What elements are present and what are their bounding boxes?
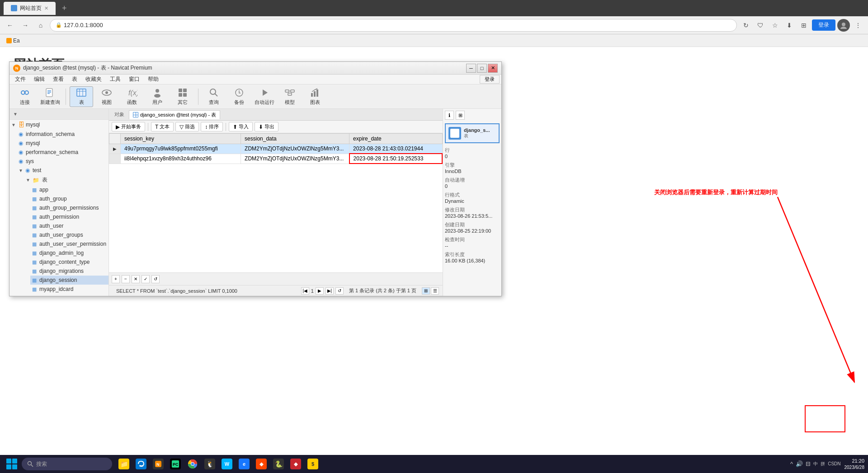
toolbar-query[interactable]: 查询 (202, 86, 226, 107)
tab-close-btn[interactable]: ✕ (44, 5, 48, 11)
cell-data-2[interactable]: ZDM2YmZjOTdjNzUxOWZlNzg5MmY3... (241, 154, 349, 164)
start-button[interactable] (4, 456, 20, 472)
sidebar-table-django-session[interactable]: ▦ django_session (30, 276, 108, 285)
toolbar-table[interactable]: 表 (70, 86, 93, 107)
bookmark-item-1[interactable]: Ea (4, 37, 23, 45)
row-save-btn[interactable]: ✓ (142, 275, 150, 283)
cell-key-1[interactable]: 49u7prmqgy7u9lwk85ppfmmt0255mgfi (121, 144, 241, 154)
tab-table-data[interactable]: django_session @test (mysql) - 表 (129, 110, 220, 119)
nav-refresh-btn[interactable]: ↺ (335, 287, 344, 295)
panel-preview-btn[interactable]: ⊞ (456, 111, 465, 120)
sidebar-table-auth-user[interactable]: ▦ auth_user (30, 221, 108, 230)
action-filter[interactable]: ▽ 筛选 (175, 122, 199, 131)
navicat-login-btn[interactable]: 登录 (480, 75, 500, 84)
table-row[interactable]: ii8l4ehpqz1xvzy8n89xh3z4uthhoz96 ZDM2YmZ… (109, 154, 443, 164)
sidebar-item-information-schema[interactable]: ◉ information_schema (17, 130, 108, 139)
toolbar-backup[interactable]: 备份 (227, 86, 251, 107)
grid-view-btn[interactable]: ⊞ (422, 287, 430, 295)
taskbar-app-misc3[interactable]: e (236, 456, 252, 472)
sidebar-item-mysql-db[interactable]: ◉ mysql (17, 139, 108, 148)
browser-login-btn[interactable]: 登录 (812, 19, 835, 31)
sidebar-table-auth-group[interactable]: ▦ auth_group (30, 194, 108, 203)
taskbar-app-explorer[interactable]: 📁 (116, 456, 132, 472)
address-bar[interactable]: 🔒 127.0.0.1:8000 (50, 19, 737, 32)
cell-expire-1[interactable]: 2023-08-28 21:43:03.021944 (349, 144, 442, 154)
menu-btn[interactable]: ⋮ (852, 19, 864, 32)
home-btn[interactable]: ⌂ (34, 19, 47, 32)
taskbar-app-edge[interactable] (133, 456, 149, 472)
profile-avatar[interactable] (837, 19, 850, 32)
header-session-data[interactable]: session_data (241, 134, 349, 144)
action-import[interactable]: ⬆ 导入 (229, 122, 253, 131)
row-refresh-btn[interactable]: ↺ (151, 275, 160, 283)
toolbar-user[interactable]: 用户 (146, 86, 169, 107)
menu-view[interactable]: 查看 (49, 75, 67, 84)
taskbar-app-pycharm[interactable]: PC (167, 456, 184, 472)
toolbar-new-query[interactable]: 新建查询 (38, 86, 62, 107)
sidebar-table-django-admin-log[interactable]: ▦ django_admin_log (30, 248, 108, 258)
toolbar-connect[interactable]: 连接 (13, 86, 37, 107)
sidebar-table-app[interactable]: ▦ app (30, 185, 108, 194)
nav-first-btn[interactable]: |◀ (301, 287, 309, 295)
row-edit-btn[interactable]: ✕ (132, 275, 140, 283)
nav-last-btn[interactable]: ▶| (326, 287, 334, 295)
tray-clock[interactable]: 21:20 2023/6/28 (844, 458, 865, 470)
shield-btn[interactable]: 🛡 (754, 19, 767, 32)
sidebar-item-sys[interactable]: ◉ sys (17, 157, 108, 166)
taskbar-app-navicat[interactable]: N (150, 456, 166, 472)
sidebar-collapse-arrow[interactable]: ▼ (13, 112, 18, 117)
action-export[interactable]: ⬇ 导出 (255, 122, 278, 131)
download-icon[interactable]: ⬇ (783, 19, 796, 32)
new-tab-btn[interactable]: + (62, 4, 67, 13)
taskbar-app-chrome[interactable] (184, 456, 201, 472)
sidebar-item-mysql[interactable]: ▼ 🗄 mysql (9, 120, 108, 130)
maximize-btn[interactable]: □ (477, 64, 487, 73)
minimize-btn[interactable]: ─ (466, 64, 476, 73)
sidebar-table-auth-user-groups[interactable]: ▦ auth_user_groups (30, 230, 108, 239)
menu-tools[interactable]: 工具 (106, 75, 124, 84)
action-sort[interactable]: ↕ 排序 (201, 122, 223, 131)
menu-table[interactable]: 表 (68, 75, 81, 84)
taskbar-app-misc2[interactable]: W (219, 456, 235, 472)
cell-key-2[interactable]: ii8l4ehpqz1xvzy8n89xh3z4uthhoz96 (121, 154, 241, 164)
sidebar-table-django-migrations[interactable]: ▦ django_migrations (30, 267, 108, 276)
sidebar-item-tables[interactable]: ▼ 📁 表 (24, 175, 108, 185)
taskbar-app-misc5[interactable]: 🐍 (270, 456, 287, 472)
star-btn[interactable]: ☆ (769, 19, 781, 32)
back-btn[interactable]: ← (4, 19, 16, 32)
header-expire-date[interactable]: expire_date (349, 134, 442, 144)
toolbar-other[interactable]: 其它 (171, 86, 194, 107)
tab-objects[interactable]: 对象 (112, 110, 127, 119)
header-session-key[interactable]: session_key (121, 134, 241, 144)
browser-tab-active[interactable]: 网站首页 ✕ (4, 2, 56, 15)
refresh-btn[interactable]: ↻ (740, 19, 752, 32)
panel-info-btn[interactable]: ℹ (445, 111, 454, 120)
form-view-btn[interactable]: ☰ (431, 287, 439, 295)
menu-help[interactable]: 帮助 (144, 75, 162, 84)
sidebar-table-django-content-type[interactable]: ▦ django_content_type (30, 258, 108, 267)
toolbar-autorun[interactable]: 自动运行 (253, 86, 276, 107)
toolbar-chart[interactable]: 图表 (303, 86, 327, 107)
taskbar-app-misc1[interactable]: 🐧 (202, 456, 218, 472)
close-btn[interactable]: ✕ (488, 64, 498, 73)
toolbar-view[interactable]: 视图 (95, 86, 118, 107)
taskbar-search-bar[interactable]: 搜索 (22, 458, 112, 470)
toolbar-model[interactable]: 模型 (278, 86, 302, 107)
row-add-btn[interactable]: + (112, 275, 120, 283)
forward-btn[interactable]: → (19, 19, 32, 32)
sidebar-table-auth-permission[interactable]: ▦ auth_permission (30, 212, 108, 221)
menu-favorites[interactable]: 收藏夹 (82, 75, 105, 84)
taskbar-app-misc6[interactable]: ◆ (288, 456, 304, 472)
sidebar-table-auth-group-permissions[interactable]: ▦ auth_group_permissions (30, 203, 108, 212)
nav-next-btn[interactable]: ▶ (316, 287, 324, 295)
toolbar-function[interactable]: f(x) 函数 (120, 86, 144, 107)
menu-window[interactable]: 窗口 (125, 75, 143, 84)
taskbar-app-misc4[interactable]: ◆ (253, 456, 269, 472)
taskbar-app-misc7[interactable]: $ (305, 456, 321, 472)
action-text[interactable]: T 文本 (151, 122, 174, 131)
table-row[interactable]: ▶ 49u7prmqgy7u9lwk85ppfmmt0255mgfi ZDM2Y… (109, 144, 443, 154)
sidebar-table-myapp-user[interactable]: ▦ myapp_user (30, 294, 108, 296)
menu-edit[interactable]: 编辑 (30, 75, 48, 84)
action-start-transaction[interactable]: ▶ 开始事务 (112, 122, 145, 131)
sidebar-table-auth-user-permissions[interactable]: ▦ auth_user_user_permission (30, 239, 108, 248)
